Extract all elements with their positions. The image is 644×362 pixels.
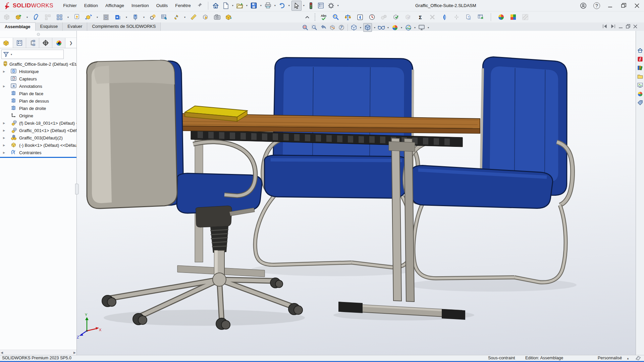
tree-item-annotations[interactable]: ▶ A Annotations bbox=[0, 82, 76, 90]
view-settings-caret[interactable]: ▾ bbox=[427, 26, 430, 29]
smart-fasteners-button[interactable] bbox=[72, 12, 82, 22]
file-properties-button[interactable] bbox=[316, 1, 326, 10]
menu-affichage[interactable]: Affichage bbox=[102, 0, 128, 11]
options-button[interactable] bbox=[326, 1, 336, 10]
expand-arrow-icon[interactable]: ▶ bbox=[3, 122, 5, 125]
restore-document-button[interactable] bbox=[626, 24, 630, 30]
minimize-document-button[interactable] bbox=[619, 24, 623, 30]
expand-arrow-icon[interactable]: ▶ bbox=[3, 151, 5, 154]
expand-arrow-icon[interactable]: ▶ bbox=[3, 129, 5, 132]
texture-button[interactable] bbox=[521, 12, 530, 22]
status-profile-caret[interactable]: ▲ bbox=[627, 357, 629, 360]
rebuild-button[interactable] bbox=[306, 1, 316, 10]
exploded-view-button[interactable] bbox=[171, 12, 181, 22]
scroll-left-arrow[interactable]: ◀ bbox=[1, 351, 3, 354]
section-view-button[interactable] bbox=[328, 23, 336, 32]
minimize-window-button[interactable] bbox=[605, 1, 615, 10]
appearance-swatch-button[interactable] bbox=[508, 12, 518, 22]
move-component-caret[interactable]: ▾ bbox=[96, 16, 99, 19]
menu-fichier[interactable]: Fichier bbox=[59, 0, 80, 11]
view-orientation-button[interactable] bbox=[350, 23, 358, 32]
panel-splitter-grip[interactable] bbox=[75, 184, 79, 194]
tab-configuration-manager[interactable] bbox=[26, 38, 39, 48]
collapse-toolbar-button[interactable] bbox=[303, 12, 312, 22]
measure-button[interactable] bbox=[331, 12, 340, 22]
linear-component-pattern-button[interactable] bbox=[43, 12, 52, 22]
mass-properties-button[interactable] bbox=[343, 12, 353, 22]
previous-view-button[interactable] bbox=[319, 23, 327, 32]
exploded-view-caret[interactable]: ▾ bbox=[183, 16, 186, 19]
taskpane-appearances-icon[interactable] bbox=[637, 90, 643, 97]
home-button[interactable] bbox=[211, 1, 220, 10]
3d-scene[interactable]: Y X Z bbox=[77, 31, 636, 355]
section-properties-button[interactable] bbox=[355, 12, 365, 22]
instant3d-button[interactable] bbox=[189, 12, 198, 22]
performance-evaluation-button[interactable] bbox=[367, 12, 377, 22]
dynamic-annotation-views-button[interactable] bbox=[337, 23, 345, 32]
tree-item-book[interactable]: ▶ (-) Book<1> (Défaut) <<Défaut>_ bbox=[0, 141, 76, 149]
new-motion-study-button[interactable] bbox=[148, 12, 157, 22]
deviation-analysis-button[interactable] bbox=[428, 12, 437, 22]
tab-dimxpert-manager[interactable] bbox=[39, 38, 52, 48]
check-entity-button[interactable] bbox=[391, 12, 401, 22]
panel-expand-arrow[interactable]: ❯ bbox=[65, 38, 76, 48]
close-window-button[interactable] bbox=[632, 1, 642, 10]
tab-property-manager[interactable] bbox=[13, 38, 26, 48]
view-orientation-caret[interactable]: ▾ bbox=[359, 26, 362, 29]
account-button[interactable] bbox=[578, 1, 588, 10]
tree-item-graffic-003[interactable]: ▶ Graffic_003(Défaut)(2) bbox=[0, 134, 76, 141]
tree-item-graffic-001[interactable]: ▶ Graffic_001<1> (Défaut) <Défaut_ bbox=[0, 127, 76, 134]
print-caret[interactable]: ▾ bbox=[273, 4, 277, 7]
display-style-caret[interactable]: ▾ bbox=[373, 26, 376, 29]
apply-scene-button[interactable] bbox=[404, 23, 412, 32]
options-caret[interactable]: ▾ bbox=[336, 4, 340, 7]
reference-geometry-button[interactable] bbox=[130, 12, 140, 22]
print-button[interactable] bbox=[263, 1, 273, 10]
tree-item-plan-de-droite[interactable]: Plan de droite bbox=[0, 105, 76, 112]
close-document-button[interactable] bbox=[633, 24, 637, 30]
component-pattern-caret[interactable]: ▾ bbox=[66, 16, 70, 19]
import-diagnostics-button[interactable] bbox=[404, 12, 413, 22]
taskpane-home-icon[interactable] bbox=[637, 47, 643, 54]
new-document-caret[interactable]: ▾ bbox=[231, 4, 234, 7]
next-document-button[interactable] bbox=[610, 24, 615, 30]
bill-of-materials-button[interactable] bbox=[160, 12, 169, 22]
undercut-analysis-button[interactable] bbox=[452, 12, 461, 22]
insert-components-button[interactable] bbox=[14, 12, 23, 22]
assembly-features-button[interactable] bbox=[113, 12, 122, 22]
taskpane-design-library-icon[interactable] bbox=[637, 64, 643, 71]
help-button[interactable]: ? bbox=[592, 1, 602, 10]
insert-components-caret[interactable]: ▾ bbox=[25, 16, 29, 19]
scroll-right-arrow[interactable]: ▶ bbox=[73, 351, 76, 354]
expand-arrow-icon[interactable]: ▶ bbox=[3, 136, 5, 139]
menu-insertion[interactable]: Insertion bbox=[128, 0, 153, 11]
display-style-button[interactable] bbox=[363, 23, 372, 32]
pin-menu-icon[interactable] bbox=[197, 2, 203, 9]
hide-show-items-caret[interactable]: ▾ bbox=[386, 26, 390, 29]
view-settings-button[interactable] bbox=[418, 23, 426, 32]
restore-window-button[interactable] bbox=[619, 1, 629, 10]
save-caret[interactable]: ▾ bbox=[259, 4, 263, 7]
menu-edition[interactable]: Edition bbox=[80, 0, 102, 11]
rollback-bar[interactable] bbox=[0, 157, 76, 158]
undo-caret[interactable]: ▾ bbox=[287, 4, 291, 7]
tab-complements[interactable]: Compléments de SOLIDWORKS bbox=[87, 22, 161, 31]
tab-feature-manager[interactable] bbox=[0, 38, 13, 48]
edit-component-button[interactable] bbox=[2, 12, 11, 22]
component-pattern-button[interactable] bbox=[55, 12, 64, 22]
panel-horizontal-scrollbar[interactable]: ◀ ▶ bbox=[0, 350, 76, 355]
tree-item-historique[interactable]: ▶ Historique bbox=[0, 68, 76, 75]
taskpane-custom-properties-icon[interactable] bbox=[637, 99, 643, 106]
taskpane-view-palette-icon[interactable] bbox=[637, 82, 643, 88]
take-snapshot-button[interactable] bbox=[212, 12, 222, 22]
graphics-viewport[interactable]: Y X Z bbox=[77, 31, 636, 355]
mate-button[interactable] bbox=[31, 12, 41, 22]
open-document-button[interactable] bbox=[235, 1, 245, 10]
chair-right[interactable] bbox=[401, 54, 577, 283]
select-tool-caret[interactable]: ▾ bbox=[302, 4, 306, 7]
edit-appearance-caret[interactable]: ▾ bbox=[400, 26, 403, 29]
tab-display-manager[interactable] bbox=[52, 38, 65, 48]
open-document-caret[interactable]: ▾ bbox=[245, 4, 249, 7]
taskpane-file-explorer-icon[interactable] bbox=[637, 73, 643, 80]
menu-outils[interactable]: Outils bbox=[153, 0, 172, 11]
